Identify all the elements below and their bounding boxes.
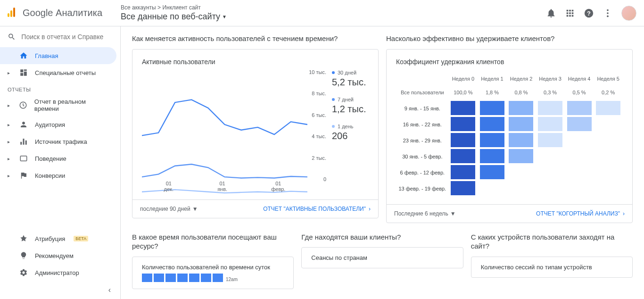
cohort-cell: [536, 133, 565, 149]
chevron-down-icon: ▼: [192, 206, 198, 212]
nav-label: Главная: [35, 52, 58, 59]
cohort-cell: [478, 165, 507, 181]
avatar[interactable]: [621, 6, 636, 21]
card-title: Количество сессий по типам устройств: [481, 264, 623, 271]
cohort-row-label: 30 янв. - 5 февр.: [396, 149, 449, 165]
cohort-cell: [565, 133, 594, 149]
nav-realtime[interactable]: ▸ Отчет в реальном времени: [0, 94, 116, 116]
cohort-cell: [449, 133, 478, 149]
nav-discover[interactable]: Рекомендуем: [0, 247, 116, 264]
cohort-cell: [565, 165, 594, 181]
question-retention: Насколько эффективно вы удерживаете клие…: [386, 34, 633, 43]
person-icon: [19, 120, 28, 129]
cohort-cell: [536, 116, 565, 133]
top-bar: Google Аналитика Все аккаунты > Инклиент…: [0, 0, 644, 26]
legend-item-30d[interactable]: 30 дней5,2 тыс.: [332, 69, 369, 88]
nav-special-reports[interactable]: ▸ Специальные отчеты: [0, 64, 116, 81]
cohort-cell: [565, 149, 594, 165]
cohort-cell: [536, 181, 565, 197]
question-active-users: Как меняется активность пользователей с …: [132, 34, 379, 43]
nav-audience[interactable]: ▸ Аудитория: [0, 116, 116, 133]
acquisition-icon: [19, 137, 28, 146]
header-icons: ?: [546, 6, 636, 21]
chevron-right-icon: ›: [369, 206, 371, 212]
nav-attribution[interactable]: Атрибуция БЕТА: [0, 230, 116, 247]
cohort-cell: [565, 181, 594, 197]
nav-conversions[interactable]: ▸ Конверсии: [0, 167, 116, 184]
cohort-cell: [449, 149, 478, 165]
question-where: Где находятся ваши клиенты?: [301, 233, 463, 242]
logo[interactable]: Google Аналитика: [8, 8, 121, 19]
more-vert-icon[interactable]: [603, 8, 613, 18]
cohort-cell: [594, 165, 623, 181]
nav-home[interactable]: Главная: [0, 47, 116, 64]
cohort-row: 9 янв. - 15 янв.: [396, 100, 623, 116]
cohort-cell: [507, 133, 536, 149]
card-title: Активные пользователи: [132, 50, 378, 69]
nav-admin[interactable]: Администратор: [0, 264, 116, 281]
question-devices: С каких устройств пользователи заходят н…: [471, 233, 633, 251]
cohort-row-label: 13 февр. - 19 февр.: [396, 181, 449, 197]
nav-label: Отчет в реальном времени: [34, 98, 109, 112]
country-card: Сеансы по странам: [301, 247, 463, 268]
breadcrumb[interactable]: Все аккаунты > Инклиент сайт: [121, 4, 546, 11]
open-report-link[interactable]: ОТЧЕТ "АКТИВНЫЕ ПОЛЬЗОВАТЕЛИ" ›: [263, 206, 371, 212]
cohort-cell: [478, 116, 507, 133]
date-range-picker[interactable]: последние 90 дней ▼: [140, 206, 198, 212]
chart-y-ticks: 10 тыс. 8 тыс. 6 тыс. 4 тыс. 2 тыс. 0: [309, 69, 326, 183]
cohort-cell: [507, 100, 536, 116]
cohort-cell: [565, 116, 594, 133]
search-input[interactable]: [21, 33, 113, 41]
header-main: Все аккаунты > Инклиент сайт Все данные …: [121, 4, 546, 22]
nav-label: Источник трафика: [35, 138, 87, 145]
cohort-row-label: 9 янв. - 15 янв.: [396, 100, 449, 116]
cohort-cell: [478, 133, 507, 149]
clock-icon: [19, 100, 28, 110]
cohort-all-users-row: Все пользователи 100,0 %1,8 %0,8 %0,3 %0…: [396, 84, 623, 100]
dashboard-icon: [19, 68, 28, 77]
search-row[interactable]: [0, 26, 120, 47]
open-report-link[interactable]: ОТЧЕТ "КОГОРТНЫЙ АНАЛИЗ" ›: [536, 210, 625, 217]
chevron-down-icon: ▼: [450, 210, 456, 217]
where-section: Где находятся ваши клиенты? Сеансы по ст…: [301, 233, 463, 289]
svg-text:?: ?: [587, 9, 591, 17]
svg-rect-6: [20, 156, 27, 161]
time-label: 12am: [226, 277, 238, 282]
cohort-cell: [594, 133, 623, 149]
date-range-picker[interactable]: Последние 6 недель ▼: [394, 210, 456, 217]
sidebar-collapse-button[interactable]: ‹: [0, 281, 120, 299]
devices-section: С каких устройств пользователи заходят н…: [471, 233, 633, 289]
view-title-text: Все данные по веб-сайту: [121, 12, 220, 22]
cohort-cell: [536, 149, 565, 165]
bell-icon[interactable]: [546, 8, 556, 18]
svg-point-3: [607, 12, 609, 14]
cohort-cell: [449, 116, 478, 133]
help-icon[interactable]: ?: [584, 8, 594, 18]
question-when-visit: В какое время пользователи посещают ваш …: [132, 233, 294, 251]
cohort-row: 23 янв. - 29 янв.: [396, 133, 623, 149]
cohort-row: 30 янв. - 5 февр.: [396, 149, 623, 165]
hour-bars: [142, 274, 223, 282]
nav-acquisition[interactable]: ▸ Источник трафика: [0, 133, 116, 150]
cohort-cell: [507, 149, 536, 165]
cohort-cell: [536, 165, 565, 181]
flag-icon: [19, 171, 28, 180]
apps-grid-icon[interactable]: [565, 8, 575, 18]
cohort-table: Неделя 0Неделя 1Неделя 2Неделя 3Неделя 4…: [396, 73, 623, 197]
legend-item-1d[interactable]: 1 день206: [332, 123, 369, 141]
sidebar: Главная ▸ Специальные отчеты ОТЧЕТЫ ▸ От…: [0, 26, 121, 299]
cohort-row-label: 6 февр. - 12 февр.: [396, 165, 449, 181]
cohort-cell: [449, 100, 478, 116]
svg-point-2: [607, 9, 609, 11]
cohort-cell: [478, 149, 507, 165]
line-chart-svg: [142, 69, 307, 196]
legend-item-7d[interactable]: 7 дней1,2 тыс.: [332, 96, 369, 115]
cohort-cell: [449, 181, 478, 197]
view-selector[interactable]: Все данные по веб-сайту ▼: [121, 12, 546, 22]
main-content: Как меняется активность пользователей с …: [121, 26, 644, 299]
svg-point-4: [607, 15, 609, 17]
nav-behavior[interactable]: ▸ Поведение: [0, 150, 116, 167]
retention-section: Насколько эффективно вы удерживаете клие…: [386, 34, 633, 223]
nav-label: Рекомендуем: [35, 252, 74, 259]
when-visit-section: В какое время пользователи посещают ваш …: [132, 233, 294, 289]
